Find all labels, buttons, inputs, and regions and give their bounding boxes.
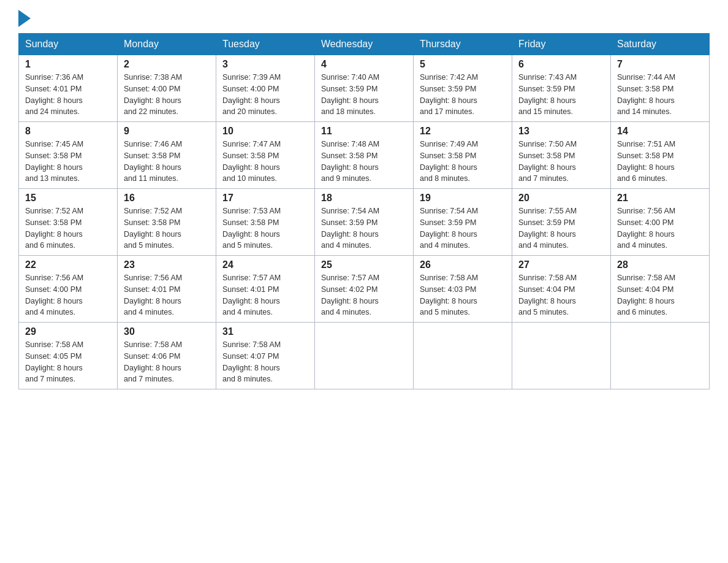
day-info: Sunrise: 7:58 AMSunset: 4:07 PMDaylight:… — [222, 339, 308, 385]
week-row-5: 29 Sunrise: 7:58 AMSunset: 4:05 PMDaylig… — [19, 323, 710, 389]
weekday-header-saturday: Saturday — [611, 34, 710, 55]
calendar-cell: 19 Sunrise: 7:54 AMSunset: 3:59 PMDaylig… — [414, 189, 512, 256]
day-info: Sunrise: 7:57 AMSunset: 4:02 PMDaylight:… — [321, 272, 407, 318]
calendar-table: SundayMondayTuesdayWednesdayThursdayFrid… — [18, 33, 710, 389]
day-number: 1 — [25, 59, 111, 70]
day-info: Sunrise: 7:58 AMSunset: 4:04 PMDaylight:… — [518, 272, 604, 318]
calendar-cell: 18 Sunrise: 7:54 AMSunset: 3:59 PMDaylig… — [315, 189, 414, 256]
day-number: 20 — [518, 193, 604, 204]
day-info: Sunrise: 7:38 AMSunset: 4:00 PMDaylight:… — [124, 72, 210, 118]
day-number: 16 — [124, 193, 210, 204]
day-number: 10 — [222, 126, 308, 137]
day-info: Sunrise: 7:55 AMSunset: 3:59 PMDaylight:… — [518, 205, 604, 251]
day-number: 7 — [617, 59, 703, 70]
day-info: Sunrise: 7:43 AMSunset: 3:59 PMDaylight:… — [518, 72, 604, 118]
day-info: Sunrise: 7:52 AMSunset: 3:58 PMDaylight:… — [124, 205, 210, 251]
day-info: Sunrise: 7:40 AMSunset: 3:59 PMDaylight:… — [321, 72, 407, 118]
weekday-header-sunday: Sunday — [19, 34, 118, 55]
calendar-cell: 6 Sunrise: 7:43 AMSunset: 3:59 PMDayligh… — [512, 55, 611, 122]
calendar-cell: 27 Sunrise: 7:58 AMSunset: 4:04 PMDaylig… — [512, 256, 611, 323]
day-number: 5 — [420, 59, 506, 70]
day-number: 6 — [518, 59, 604, 70]
logo-arrow-icon — [18, 10, 31, 27]
day-info: Sunrise: 7:50 AMSunset: 3:58 PMDaylight:… — [518, 139, 604, 185]
day-info: Sunrise: 7:42 AMSunset: 3:59 PMDaylight:… — [420, 72, 506, 118]
calendar-cell: 12 Sunrise: 7:49 AMSunset: 3:58 PMDaylig… — [414, 122, 512, 189]
day-info: Sunrise: 7:45 AMSunset: 3:58 PMDaylight:… — [25, 139, 111, 185]
day-info: Sunrise: 7:56 AMSunset: 4:00 PMDaylight:… — [25, 272, 111, 318]
day-number: 27 — [518, 259, 604, 270]
calendar-cell: 10 Sunrise: 7:47 AMSunset: 3:58 PMDaylig… — [216, 122, 315, 189]
week-row-3: 15 Sunrise: 7:52 AMSunset: 3:58 PMDaylig… — [19, 189, 710, 256]
day-number: 14 — [617, 126, 703, 137]
day-number: 29 — [25, 326, 111, 337]
calendar-cell: 11 Sunrise: 7:48 AMSunset: 3:58 PMDaylig… — [315, 122, 414, 189]
calendar-cell: 30 Sunrise: 7:58 AMSunset: 4:06 PMDaylig… — [118, 323, 216, 389]
day-number: 3 — [222, 59, 308, 70]
day-number: 17 — [222, 193, 308, 204]
calendar-cell: 16 Sunrise: 7:52 AMSunset: 3:58 PMDaylig… — [118, 189, 216, 256]
day-info: Sunrise: 7:46 AMSunset: 3:58 PMDaylight:… — [124, 139, 210, 185]
week-row-1: 1 Sunrise: 7:36 AMSunset: 4:01 PMDayligh… — [19, 55, 710, 122]
day-info: Sunrise: 7:56 AMSunset: 4:01 PMDaylight:… — [124, 272, 210, 318]
day-number: 30 — [124, 326, 210, 337]
calendar-cell: 31 Sunrise: 7:58 AMSunset: 4:07 PMDaylig… — [216, 323, 315, 389]
calendar-cell: 13 Sunrise: 7:50 AMSunset: 3:58 PMDaylig… — [512, 122, 611, 189]
calendar-cell — [512, 323, 611, 389]
weekday-header-monday: Monday — [118, 34, 216, 55]
calendar-cell — [315, 323, 414, 389]
calendar-cell: 23 Sunrise: 7:56 AMSunset: 4:01 PMDaylig… — [118, 256, 216, 323]
day-info: Sunrise: 7:54 AMSunset: 3:59 PMDaylight:… — [420, 205, 506, 251]
calendar-cell: 2 Sunrise: 7:38 AMSunset: 4:00 PMDayligh… — [118, 55, 216, 122]
day-number: 24 — [222, 259, 308, 270]
weekday-header-tuesday: Tuesday — [216, 34, 315, 55]
day-number: 12 — [420, 126, 506, 137]
day-number: 15 — [25, 193, 111, 204]
day-number: 25 — [321, 259, 407, 270]
day-number: 8 — [25, 126, 111, 137]
day-number: 22 — [25, 259, 111, 270]
day-info: Sunrise: 7:44 AMSunset: 3:58 PMDaylight:… — [617, 72, 703, 118]
day-info: Sunrise: 7:58 AMSunset: 4:05 PMDaylight:… — [25, 339, 111, 385]
day-number: 28 — [617, 259, 703, 270]
day-info: Sunrise: 7:36 AMSunset: 4:01 PMDaylight:… — [25, 72, 111, 118]
day-number: 18 — [321, 193, 407, 204]
day-info: Sunrise: 7:54 AMSunset: 3:59 PMDaylight:… — [321, 205, 407, 251]
calendar-cell: 4 Sunrise: 7:40 AMSunset: 3:59 PMDayligh… — [315, 55, 414, 122]
day-number: 13 — [518, 126, 604, 137]
logo — [18, 12, 31, 27]
day-info: Sunrise: 7:48 AMSunset: 3:58 PMDaylight:… — [321, 139, 407, 185]
calendar-cell: 15 Sunrise: 7:52 AMSunset: 3:58 PMDaylig… — [19, 189, 118, 256]
calendar-cell: 21 Sunrise: 7:56 AMSunset: 4:00 PMDaylig… — [611, 189, 710, 256]
day-number: 21 — [617, 193, 703, 204]
calendar-cell: 20 Sunrise: 7:55 AMSunset: 3:59 PMDaylig… — [512, 189, 611, 256]
day-number: 9 — [124, 126, 210, 137]
day-number: 11 — [321, 126, 407, 137]
day-number: 23 — [124, 259, 210, 270]
day-info: Sunrise: 7:49 AMSunset: 3:58 PMDaylight:… — [420, 139, 506, 185]
weekday-header-wednesday: Wednesday — [315, 34, 414, 55]
day-info: Sunrise: 7:57 AMSunset: 4:01 PMDaylight:… — [222, 272, 308, 318]
calendar-cell: 8 Sunrise: 7:45 AMSunset: 3:58 PMDayligh… — [19, 122, 118, 189]
calendar-cell: 14 Sunrise: 7:51 AMSunset: 3:58 PMDaylig… — [611, 122, 710, 189]
day-info: Sunrise: 7:53 AMSunset: 3:58 PMDaylight:… — [222, 205, 308, 251]
day-number: 26 — [420, 259, 506, 270]
calendar-cell: 9 Sunrise: 7:46 AMSunset: 3:58 PMDayligh… — [118, 122, 216, 189]
calendar-cell: 3 Sunrise: 7:39 AMSunset: 4:00 PMDayligh… — [216, 55, 315, 122]
day-number: 2 — [124, 59, 210, 70]
day-info: Sunrise: 7:56 AMSunset: 4:00 PMDaylight:… — [617, 205, 703, 251]
day-info: Sunrise: 7:52 AMSunset: 3:58 PMDaylight:… — [25, 205, 111, 251]
day-info: Sunrise: 7:47 AMSunset: 3:58 PMDaylight:… — [222, 139, 308, 185]
weekday-header-thursday: Thursday — [414, 34, 512, 55]
calendar-cell: 25 Sunrise: 7:57 AMSunset: 4:02 PMDaylig… — [315, 256, 414, 323]
calendar-cell: 26 Sunrise: 7:58 AMSunset: 4:03 PMDaylig… — [414, 256, 512, 323]
calendar-cell: 28 Sunrise: 7:58 AMSunset: 4:04 PMDaylig… — [611, 256, 710, 323]
calendar-cell — [611, 323, 710, 389]
day-number: 31 — [222, 326, 308, 337]
calendar-cell: 7 Sunrise: 7:44 AMSunset: 3:58 PMDayligh… — [611, 55, 710, 122]
week-row-2: 8 Sunrise: 7:45 AMSunset: 3:58 PMDayligh… — [19, 122, 710, 189]
calendar-cell — [414, 323, 512, 389]
calendar-cell: 1 Sunrise: 7:36 AMSunset: 4:01 PMDayligh… — [19, 55, 118, 122]
day-info: Sunrise: 7:58 AMSunset: 4:06 PMDaylight:… — [124, 339, 210, 385]
weekday-header-row: SundayMondayTuesdayWednesdayThursdayFrid… — [19, 34, 710, 55]
